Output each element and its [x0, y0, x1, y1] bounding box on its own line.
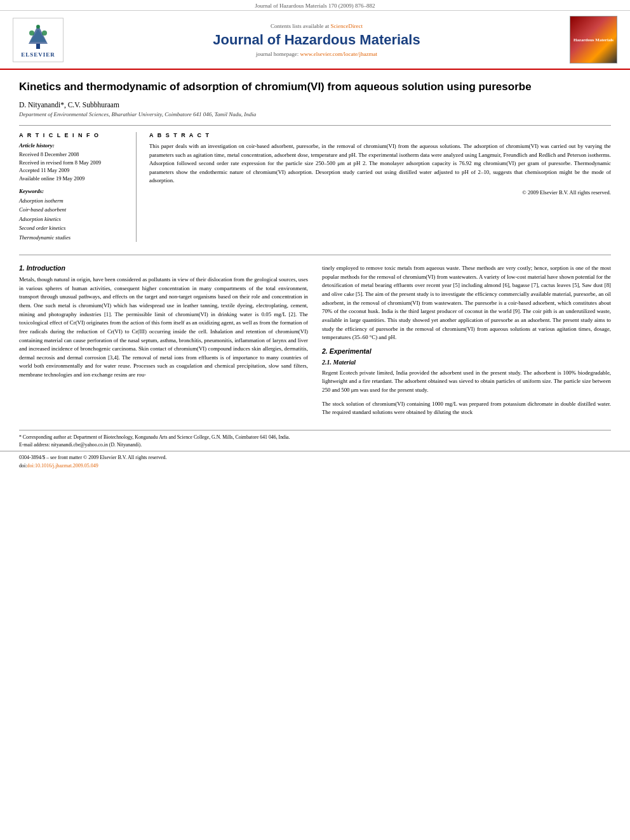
doi-link[interactable]: doi:10.1016/j.jhazmat.2009.05.049 — [27, 463, 98, 469]
history-label: Article history: — [19, 142, 127, 149]
footnote-email: E-mail address: nityanandi.cbe@yahoo.co.… — [19, 441, 611, 449]
elsevier-wordmark: ELSEVIER — [21, 51, 55, 58]
keywords-list: Adsorption isotherm Coir-based adsorbent… — [19, 196, 127, 242]
body-section: 1. Introduction Metals, though natural i… — [0, 262, 630, 425]
svg-point-3 — [29, 30, 34, 36]
authors: D. Nityanandi*, C.V. Subbhuraam — [19, 101, 611, 109]
article-info-abstract: A R T I C L E I N F O Article history: R… — [19, 125, 611, 242]
intro-para1: Metals, though natural in origin, have b… — [19, 276, 308, 380]
bottom-bar: 0304-3894/$ – see front matter © 2009 El… — [0, 451, 630, 473]
article-info: A R T I C L E I N F O Article history: R… — [19, 132, 137, 242]
abstract-heading: A B S T R A C T — [149, 132, 611, 138]
journal-homepage: journal homepage: www.elsevier.com/locat… — [70, 51, 563, 57]
keywords-label: Keywords: — [19, 188, 127, 194]
contents-line: Contents lists available at ScienceDirec… — [70, 23, 563, 29]
journal-header: ELSEVIER Contents lists available at Sci… — [0, 11, 630, 70]
experimental-heading: 2. Experimental — [322, 347, 611, 355]
issn-line: 0304-3894/$ – see front matter © 2009 El… — [19, 454, 611, 462]
abstract-section: A B S T R A C T This paper deals with an… — [149, 132, 611, 242]
affiliation: Department of Environmental Sciences, Bh… — [19, 111, 611, 117]
material-para2: The stock solution of chromium(VI) conta… — [322, 400, 611, 417]
journal-header-center: Contents lists available at ScienceDirec… — [70, 23, 563, 57]
svg-point-4 — [42, 30, 47, 36]
material-subheading: 2.1. Material — [322, 359, 611, 366]
footnote-area: * Corresponding author at: Department of… — [19, 430, 611, 448]
doi-line: doi:doi:10.1016/j.jhazmat.2009.05.049 — [19, 462, 611, 470]
footnote-star: * Corresponding author at: Department of… — [19, 434, 611, 441]
journal-title: Journal of Hazardous Materials — [70, 32, 563, 48]
svg-rect-0 — [36, 44, 40, 49]
journal-citation-text: Journal of Hazardous Materials 170 (2009… — [255, 3, 375, 9]
abstract-text: This paper deals with an investigation o… — [149, 142, 611, 185]
journal-thumbnail: Hazardous Materials — [570, 16, 617, 63]
elsevier-tree-icon — [22, 22, 54, 50]
intro-heading: 1. Introduction — [19, 264, 308, 272]
sciencedirect-link[interactable]: ScienceDirect — [331, 23, 363, 29]
article-info-heading: A R T I C L E I N F O — [19, 132, 127, 138]
body-col-left: 1. Introduction Metals, though natural i… — [19, 264, 308, 422]
homepage-link[interactable]: www.elsevier.com/locate/jhazmat — [300, 51, 377, 57]
paper-title: Kinetics and thermodynamic of adsorption… — [19, 80, 611, 95]
body-col-right: tinely employed to remove toxic metals f… — [322, 264, 611, 422]
paper-meta: Kinetics and thermodynamic of adsorption… — [0, 70, 630, 248]
section-divider — [19, 255, 611, 255]
svg-point-5 — [36, 25, 40, 29]
intro-para2: tinely employed to remove toxic metals f… — [322, 264, 611, 342]
copyright: © 2009 Elsevier B.V. All rights reserved… — [149, 189, 611, 196]
article-history: Received 8 December 2008 Received in rev… — [19, 150, 127, 183]
elsevier-logo: ELSEVIER — [13, 18, 64, 62]
journal-citation: Journal of Hazardous Materials 170 (2009… — [0, 0, 630, 11]
material-para1: Regent Ecotech private limited, India pr… — [322, 369, 611, 395]
